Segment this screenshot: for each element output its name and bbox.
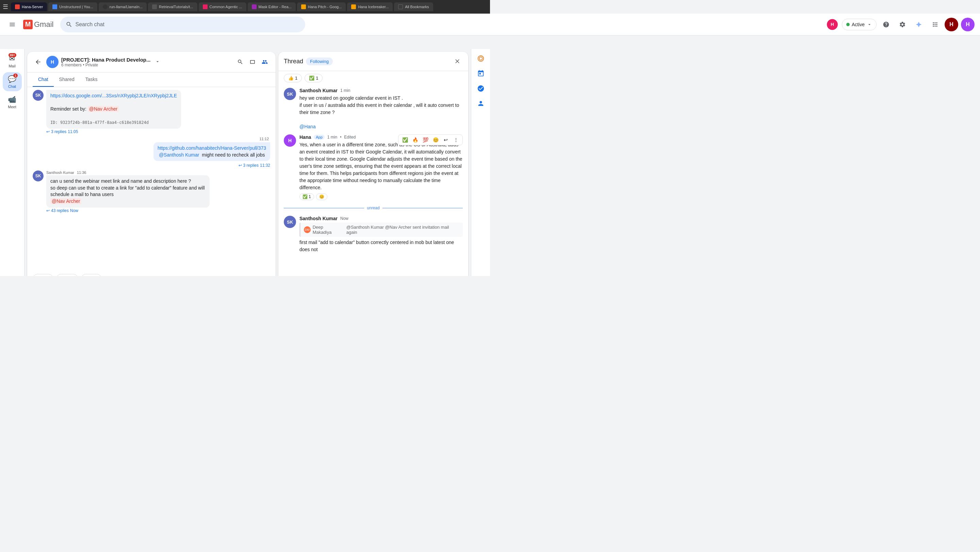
reaction-check-1[interactable]: ✅ 1 bbox=[299, 193, 314, 200]
thread-msg-content: Santhosh Kumar 1 min hey we created on g… bbox=[299, 88, 463, 130]
mention-hana: @Hana bbox=[299, 124, 316, 129]
right-sidebar-tasks-button[interactable] bbox=[474, 82, 488, 95]
reaction-check[interactable]: ✅ 1 bbox=[305, 74, 323, 82]
message-link[interactable]: https://docs.google.com/...3Sxs/nXRypbj2… bbox=[50, 93, 177, 99]
sender-name: Santhosh Kumar bbox=[46, 170, 74, 175]
browser-tab-hana-ice[interactable]: Hana Icebreaker... bbox=[347, 2, 393, 11]
react-check-button[interactable]: ✅ bbox=[401, 135, 409, 144]
tab-label-bookmarks: All Bookmarks bbox=[405, 5, 429, 9]
view-toggle-button[interactable] bbox=[247, 56, 258, 67]
hana-sender-name: Hana bbox=[299, 134, 311, 140]
following-badge[interactable]: Following bbox=[306, 57, 333, 65]
tab-label-hana-pitch: Hana Pitch - Goog... bbox=[308, 5, 342, 9]
quick-reply-sure[interactable]: Sure bbox=[81, 274, 102, 276]
gmail-m-icon: M bbox=[23, 20, 33, 29]
santhosh-msg-body-3: first mail "add to calendar" button corr… bbox=[299, 239, 463, 253]
browser-tab-bookmarks[interactable]: All Bookmarks bbox=[394, 2, 433, 11]
check-count-1: 1 bbox=[309, 194, 311, 199]
browser-tab-gmail[interactable]: Hana-Server bbox=[11, 2, 47, 11]
avatar: SK bbox=[33, 170, 43, 181]
browser-tab-unstructured[interactable]: Unstructured | You... bbox=[48, 2, 97, 11]
quoted-text: @Santhosh Kumar @Nav Archer sent invitat… bbox=[347, 224, 460, 235]
meet-icon: 📹 bbox=[8, 95, 16, 103]
message-sender-info: Santhosh Kumar 11:36 bbox=[46, 170, 210, 175]
gmail-app-name: Gmail bbox=[34, 20, 53, 29]
replies-time-3: Now bbox=[70, 208, 78, 213]
message-action-bar: ✅ 🔥 💯 😊 ↩ ⋮ bbox=[398, 134, 463, 145]
tab-label-mask: Mask Editor - Rea... bbox=[259, 5, 292, 9]
browser-tab-github[interactable]: run-llama/LlamaIn... bbox=[99, 2, 147, 11]
message-time: 11:36 bbox=[77, 170, 86, 175]
thumbs-up-count: 1 bbox=[295, 76, 298, 81]
tab-shared[interactable]: Shared bbox=[54, 73, 80, 87]
sidebar-item-chat[interactable]: 💬 1 Chat bbox=[3, 72, 22, 91]
group-avatar: H bbox=[46, 56, 59, 68]
mask-favicon bbox=[252, 5, 256, 9]
quick-reply-done[interactable]: Done bbox=[56, 274, 78, 276]
more-options-button[interactable]: ⋮ bbox=[452, 135, 460, 144]
dot-separator: • bbox=[83, 63, 86, 67]
browser-tab-hana-pitch[interactable]: Hana Pitch - Goog... bbox=[297, 2, 346, 11]
thread-header: Thread Following bbox=[278, 52, 468, 71]
message-bubble-sent: https://github.com/hanabitech/Hana-Serve… bbox=[153, 142, 270, 161]
thread-sender-name: Santhosh Kumar bbox=[299, 88, 337, 93]
github-favicon bbox=[103, 5, 108, 9]
tab-label-retrieval: RetrievalTutorials/t... bbox=[159, 5, 193, 9]
search-chat-button[interactable] bbox=[235, 56, 246, 67]
gmail-topbar: M Gmail Search chat H Active H H bbox=[0, 14, 490, 35]
message-body: can u send the webinar meet link and nam… bbox=[50, 178, 205, 197]
tab-tasks[interactable]: Tasks bbox=[80, 73, 103, 87]
right-sidebar-crm-button[interactable] bbox=[474, 52, 488, 65]
sidebar-item-meet[interactable]: 📹 Meet bbox=[3, 92, 22, 111]
people-button[interactable] bbox=[259, 56, 270, 67]
tab-label-gmail: Hana-Server bbox=[22, 5, 43, 9]
tab-chat[interactable]: Chat bbox=[33, 73, 54, 87]
reaction-emoji-add[interactable]: 😊 bbox=[316, 193, 327, 200]
sent-message-area: 11:12 https://github.com/hanabitech/Hana… bbox=[153, 137, 270, 168]
right-sidebar-contacts-button[interactable] bbox=[474, 97, 488, 110]
search-bar[interactable]: Search chat bbox=[60, 17, 305, 32]
mail-icon: ✉ 99+ bbox=[9, 54, 15, 63]
message-bubble-3: can u send the webinar meet link and nam… bbox=[46, 175, 210, 207]
members-count: 6 members bbox=[61, 63, 82, 67]
browser-tab-mask[interactable]: Mask Editor - Rea... bbox=[248, 2, 296, 11]
back-button[interactable] bbox=[33, 56, 43, 67]
replies-button-3[interactable]: ↩ 43 replies Now bbox=[46, 208, 210, 213]
avatar: SK bbox=[284, 88, 296, 100]
chat-messages: SK https://docs.google.com/...3Sxs/nXRyp… bbox=[27, 87, 275, 271]
react-emoji-button[interactable]: 😊 bbox=[431, 135, 440, 144]
quick-replies: Sent Done Sure bbox=[27, 271, 275, 276]
thread-msg-header: Santhosh Kumar 1 min bbox=[299, 88, 463, 93]
replies-time-sent: 11:32 bbox=[260, 163, 270, 168]
chat-group-subtitle: 6 members • Private bbox=[61, 63, 151, 67]
browser-tab-common[interactable]: Common Agentic ... bbox=[199, 2, 247, 11]
github-link[interactable]: https://github.com/hanabitech/Hana-Serve… bbox=[158, 145, 266, 151]
replies-button[interactable]: ↩ 3 replies 11:05 bbox=[46, 129, 181, 134]
hamburger-menu-button[interactable] bbox=[5, 18, 19, 31]
thread-msg-reactions: ✅ 1 😊 bbox=[299, 193, 463, 200]
quick-reply-sent[interactable]: Sent bbox=[33, 274, 53, 276]
thread-msg-time: 1 min bbox=[340, 88, 350, 93]
avatar: SK bbox=[33, 90, 43, 101]
sidebar-label-meet: Meet bbox=[8, 105, 16, 109]
sent-text: might need to recheck all jobs bbox=[202, 152, 265, 157]
chat-group-name: [PROJECT]: Hana Product Develop... bbox=[61, 57, 151, 63]
reaction-thumbs-up[interactable]: 👍 1 bbox=[284, 74, 302, 82]
mention-tag: @Nav Archer bbox=[88, 106, 119, 112]
santhosh-msg-time-3: Now bbox=[340, 216, 348, 221]
reply-button[interactable]: ↩ bbox=[441, 135, 450, 144]
close-thread-button[interactable] bbox=[452, 56, 463, 67]
thread-msg-body: hey we created on google calendar event … bbox=[299, 95, 463, 130]
check-count: 1 bbox=[316, 76, 318, 81]
right-sidebar-calendar-button[interactable] bbox=[474, 67, 488, 80]
sidebar-item-mail[interactable]: ✉ 99+ Mail bbox=[3, 52, 22, 71]
browser-tab-retrieval[interactable]: RetrievalTutorials/t... bbox=[148, 2, 197, 11]
thumbs-up-icon: 👍 bbox=[288, 76, 294, 81]
dropdown-arrow-button[interactable] bbox=[155, 59, 160, 65]
react-hundred-button[interactable]: 💯 bbox=[421, 135, 430, 144]
react-fire-button[interactable]: 🔥 bbox=[411, 135, 420, 144]
quoted-sender-name: Deep Makadiya bbox=[313, 224, 343, 235]
list-item: SK https://docs.google.com/...3Sxs/nXRyp… bbox=[33, 90, 270, 134]
replies-button-sent[interactable]: ↩ 3 replies 11:32 bbox=[239, 163, 270, 168]
avatar: H bbox=[284, 134, 296, 147]
